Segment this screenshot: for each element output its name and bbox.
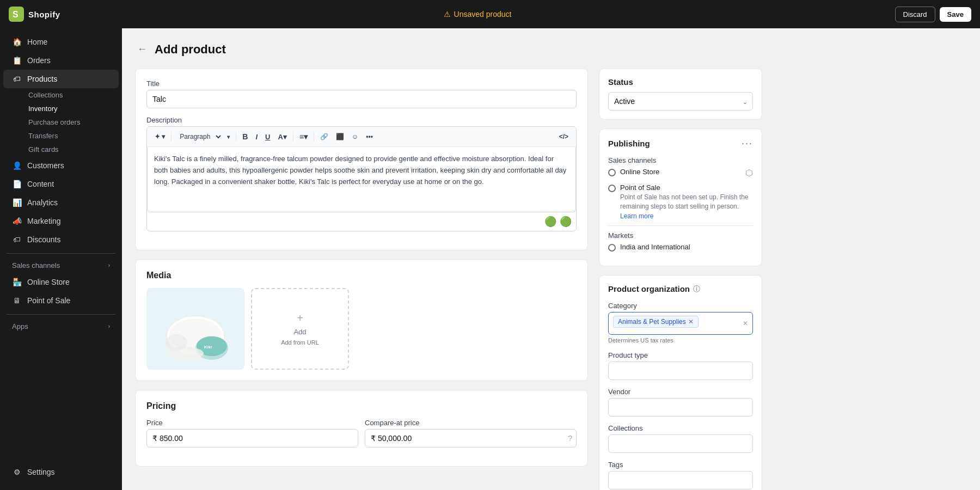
sidebar-item-home[interactable]: 🏠 Home	[3, 33, 119, 51]
sales-channels-header[interactable]: Sales channels ›	[3, 258, 119, 273]
sidebar-item-online-store[interactable]: 🏪 Online Store	[3, 273, 119, 291]
compare-price-help-icon[interactable]: ?	[568, 434, 572, 443]
title-label: Title	[146, 79, 577, 88]
description-footer: 🟢 🟢	[147, 212, 576, 231]
toolbar-more-btn[interactable]: •••	[363, 131, 376, 143]
toolbar-magic-btn[interactable]: ✦ ▾	[151, 131, 168, 143]
sidebar-item-point-of-sale[interactable]: 🖥 Point of Sale	[3, 291, 119, 310]
toolbar-emoji-btn[interactable]: ☺	[348, 131, 362, 143]
sidebar: 🏠 Home 📋 Orders 🏷 Products Collections I…	[0, 28, 122, 490]
product-type-group: Product type	[608, 351, 753, 380]
vendor-label: Vendor	[608, 388, 753, 396]
channel-online-store-info: Online Store	[620, 168, 741, 177]
sidebar-item-analytics[interactable]: 📊 Analytics	[3, 193, 119, 212]
publishing-more-button[interactable]: ···	[742, 138, 753, 149]
tags-input[interactable]	[608, 471, 753, 489]
toolbar-code-btn[interactable]: </>	[556, 131, 572, 143]
pos-radio[interactable]	[608, 185, 616, 192]
discard-button[interactable]: Discard	[895, 7, 935, 22]
toolbar-align-btn[interactable]: ≡▾	[296, 130, 311, 143]
category-clear-icon[interactable]: ✕	[743, 320, 748, 327]
sidebar-item-customers-label: Customers	[27, 161, 64, 170]
customers-icon: 👤	[12, 161, 22, 170]
product-type-input[interactable]	[608, 362, 753, 380]
product-org-header: Product organization ⓘ	[608, 284, 753, 294]
compare-price-input[interactable]	[365, 429, 577, 448]
description-text: Kiki's Talc is a finely milled, fragranc…	[154, 155, 566, 186]
online-store-radio[interactable]	[608, 169, 616, 176]
add-label: Add	[293, 328, 306, 336]
markets-value: India and International	[620, 243, 690, 251]
description-body[interactable]: Kiki's Talc is a finely milled, fragranc…	[147, 147, 576, 212]
products-submenu: Collections Inventory Purchase orders Tr…	[3, 88, 119, 156]
markets-radio[interactable]	[608, 244, 616, 252]
back-button[interactable]: ←	[135, 41, 149, 57]
sidebar-item-products[interactable]: 🏷 Products	[3, 70, 119, 88]
main-content: ← Add product Title Description	[122, 28, 775, 490]
media-upload-box[interactable]: + Add Add from URL	[251, 288, 349, 370]
media-image-1[interactable]: Kiki	[146, 288, 244, 370]
toolbar-textcolor-btn[interactable]: A▾	[274, 131, 290, 143]
sidebar-item-discounts-label: Discounts	[27, 235, 60, 244]
toolbar-bold-btn[interactable]: B	[239, 130, 251, 143]
marketing-icon: 📣	[12, 216, 22, 226]
pos-icon: 🖥	[12, 296, 22, 305]
publishing-title: Publishing	[608, 139, 650, 148]
media-card: Media	[135, 259, 588, 381]
title-input[interactable]	[146, 90, 577, 108]
save-button[interactable]: Save	[940, 7, 971, 22]
sidebar-bottom: ⚙ Settings	[0, 458, 122, 486]
sidebar-item-orders[interactable]: 📋 Orders	[3, 51, 119, 70]
price-group: Price	[146, 419, 358, 448]
toolbar-divider-3	[293, 132, 293, 142]
pricing-grid: Price Compare-at price ?	[146, 419, 577, 455]
toolbar-divider-4	[314, 132, 314, 142]
category-input-wrapper[interactable]: Animals & Pet Supplies ✕ ✕	[608, 312, 753, 335]
sidebar-item-settings[interactable]: ⚙ Settings	[3, 463, 119, 481]
toolbar-media-btn[interactable]: ⬛	[333, 131, 347, 143]
toolbar-link-btn[interactable]: 🔗	[317, 131, 332, 143]
status-select-wrapper: Active Draft	[608, 92, 753, 111]
chevron-apps-icon: ›	[108, 323, 110, 329]
sidebar-sub-transfers[interactable]: Transfers	[23, 129, 119, 143]
sidebar-item-customers[interactable]: 👤 Customers	[3, 156, 119, 175]
category-remove-button[interactable]: ✕	[688, 318, 694, 326]
sidebar-item-discounts[interactable]: 🏷 Discounts	[3, 230, 119, 249]
sidebar-item-content[interactable]: 📄 Content	[3, 175, 119, 193]
toolbar-divider-2	[236, 132, 236, 142]
compare-price-group: Compare-at price ?	[365, 419, 577, 448]
sales-channels-label-text: Sales channels	[608, 156, 753, 164]
add-url-label: Add from URL	[281, 339, 319, 346]
apps-header[interactable]: Apps ›	[3, 319, 119, 334]
description-label: Description	[146, 116, 577, 124]
topbar-actions: Discard Save	[895, 7, 971, 22]
vendor-group: Vendor	[608, 388, 753, 416]
publishing-card: Publishing ··· Sales channels Online Sto…	[599, 128, 762, 266]
unsaved-indicator: ⚠ Unsaved product	[444, 10, 512, 19]
collections-input[interactable]	[608, 434, 753, 453]
grammarly-icon-2[interactable]: 🟢	[560, 216, 572, 228]
price-label: Price	[146, 419, 358, 427]
sidebar-sub-gift-cards[interactable]: Gift cards	[23, 143, 119, 156]
pos-learn-more-link[interactable]: Learn more	[620, 212, 653, 220]
category-group: Category Animals & Pet Supplies ✕ ✕ Dete…	[608, 302, 753, 344]
sidebar-sub-inventory[interactable]: Inventory	[23, 102, 119, 115]
channel-pos-info: Point of Sale Point of Sale has not been…	[620, 183, 753, 220]
toolbar-italic-btn[interactable]: I	[252, 131, 261, 143]
sidebar-item-marketing[interactable]: 📣 Marketing	[3, 212, 119, 230]
price-input[interactable]	[146, 429, 358, 448]
svg-text:S: S	[13, 10, 19, 19]
online-store-share-icon[interactable]: ⬡	[745, 168, 753, 178]
format-select[interactable]: Paragraph Heading 1 Heading 2	[174, 130, 223, 143]
sidebar-item-analytics-label: Analytics	[27, 198, 58, 207]
product-org-info-icon[interactable]: ⓘ	[693, 284, 700, 294]
sidebar-sub-purchase-orders[interactable]: Purchase orders	[23, 115, 119, 129]
vendor-input[interactable]	[608, 398, 753, 416]
sidebar-sub-collections[interactable]: Collections	[23, 88, 119, 102]
grammarly-icon-1[interactable]: 🟢	[544, 216, 556, 228]
toolbar-underline-btn[interactable]: U	[262, 131, 273, 143]
channel-online-store: Online Store ⬡	[608, 168, 753, 178]
status-select[interactable]: Active Draft	[608, 92, 753, 111]
chevron-format-icon[interactable]: ▾	[224, 132, 233, 142]
orders-icon: 📋	[12, 56, 22, 65]
